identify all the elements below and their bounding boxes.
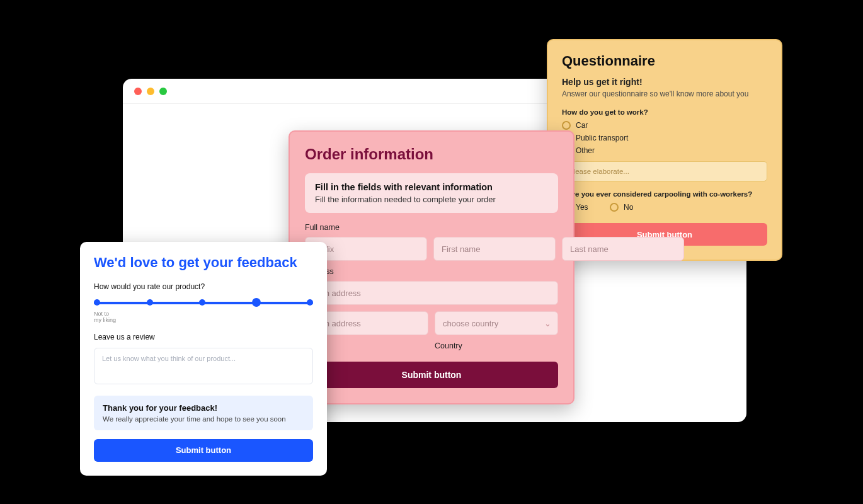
address-input[interactable] [305,281,558,305]
radio-option-public-transport[interactable]: Public transport [562,134,767,142]
elaborate-input[interactable] [562,161,767,181]
fullname-label: Full name [305,223,558,232]
radio-label: Other [576,146,595,155]
rate-question-label: How would you rate our product? [94,282,313,291]
feedback-title: We'd love to get your feedback [94,255,313,271]
country-select[interactable]: choose country ⌄ [435,311,558,335]
questionnaire-subtitle: Help us get it right! [562,77,767,87]
order-title: Order information [305,146,558,163]
country-label: Country [435,341,462,350]
radio-option-other[interactable]: Other [562,146,767,155]
questionnaire-description: Answer our questionnaire so we'll know m… [562,89,767,98]
order-info-title: Fill in the fields with relevant informa… [315,182,548,192]
window-maximize-icon[interactable] [159,88,167,95]
order-info-sub: Fill the information needed to complete … [315,195,548,204]
country-placeholder: choose country [443,319,498,328]
radio-label: Yes [576,203,588,212]
slider-stop [199,299,205,306]
question-2-label: Have you ever considered carpooling with… [562,190,767,198]
thanks-sub: We really appreciate your time and hope … [103,415,304,423]
radio-label: No [624,203,633,212]
radio-icon [562,121,571,130]
feedback-card: We'd love to get your feedback How would… [80,242,327,476]
order-card: Order information Fill in the fields wit… [289,130,574,404]
chevron-down-icon: ⌄ [544,319,551,328]
order-submit-button[interactable]: Submit button [305,362,558,388]
review-textarea[interactable] [94,348,313,384]
order-info-box: Fill in the fields with relevant informa… [305,173,558,213]
first-name-input[interactable] [433,237,556,261]
rating-slider[interactable] [94,297,313,309]
thanks-box: Thank you for your feedback! We really a… [94,396,313,430]
questionnaire-title: Questionnaire [562,53,767,69]
radio-label: Public transport [576,134,628,142]
radio-icon [610,203,619,212]
questionnaire-card: Questionnaire Help us get it right! Answ… [547,39,782,261]
feedback-submit-button[interactable]: Submit button [94,439,313,462]
last-name-input[interactable] [562,237,684,261]
slider-thumb[interactable] [252,298,261,307]
slider-stop [147,299,153,306]
radio-label: Car [576,121,588,130]
address-label: Address [305,267,558,276]
review-label: Leave us a review [94,333,313,341]
slider-stop [307,299,313,306]
slider-stop [94,299,100,306]
window-close-icon[interactable] [134,88,142,95]
radio-option-no[interactable]: No [610,203,633,212]
thanks-title: Thank you for your feedback! [103,403,304,413]
window-minimize-icon[interactable] [147,88,154,95]
question-1-label: How do you get to work? [562,108,767,116]
slider-low-caption: Not to my liking [94,311,313,324]
radio-option-car[interactable]: Car [562,121,767,130]
